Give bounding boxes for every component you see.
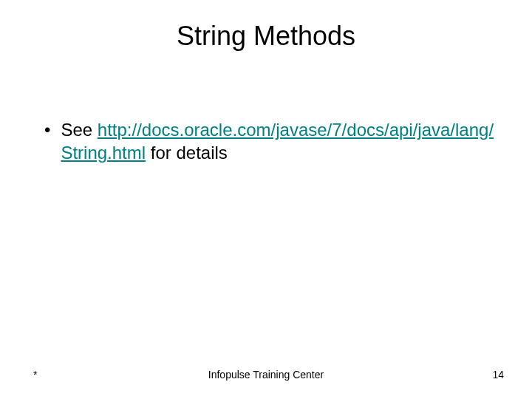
bullet-suffix: for details xyxy=(146,143,228,163)
bullet-prefix: See xyxy=(61,120,97,140)
bullet-text: See http://docs.oracle.com/javase/7/docs… xyxy=(61,118,495,164)
slide-content: • See http://docs.oracle.com/javase/7/do… xyxy=(0,52,532,164)
bullet-item: • See http://docs.oracle.com/javase/7/do… xyxy=(44,118,495,164)
bullet-marker: • xyxy=(44,118,50,141)
slide-title: String Methods xyxy=(0,0,532,52)
footer-center: Infopulse Training Center xyxy=(0,369,532,381)
reference-link[interactable]: http://docs.oracle.com/javase/7/docs/api… xyxy=(61,120,494,163)
footer-page-number: 14 xyxy=(492,369,504,381)
